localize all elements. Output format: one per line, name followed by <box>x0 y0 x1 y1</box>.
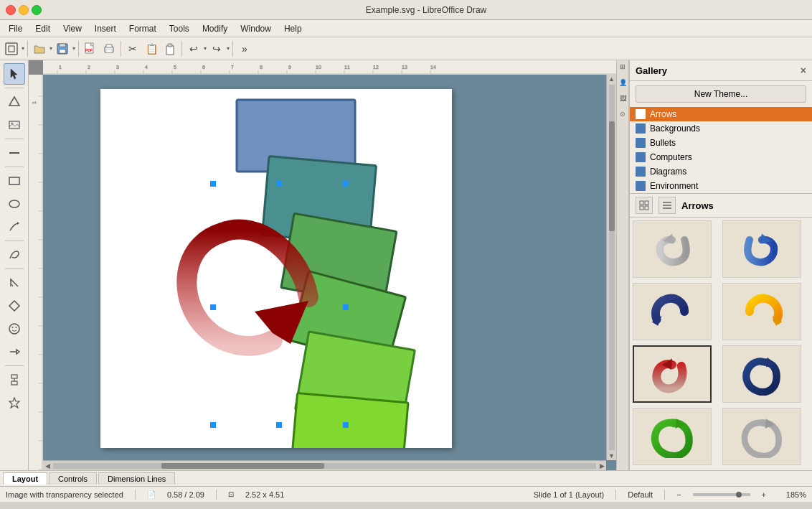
paste-btn[interactable] <box>161 40 179 57</box>
side-icon-1[interactable]: ⊞ <box>618 63 628 73</box>
svg-rect-92 <box>645 206 648 210</box>
redo-dropdown-arrow[interactable]: ▾ <box>227 45 230 52</box>
select-dropdown-arrow[interactable]: ▾ <box>22 45 24 52</box>
open-dropdown-arrow[interactable]: ▾ <box>49 45 52 52</box>
svg-point-19 <box>9 324 19 334</box>
scroll-track-v[interactable] <box>609 85 615 450</box>
side-icon-3[interactable]: 🖼 <box>618 95 628 105</box>
left-toolbar <box>0 60 29 470</box>
undo-dropdown-arrow[interactable]: ▾ <box>204 45 207 52</box>
save-dropdown-arrow[interactable]: ▾ <box>72 45 75 52</box>
new-theme-btn[interactable]: New Theme... <box>636 85 806 103</box>
rectangle-tool[interactable] <box>4 170 25 192</box>
scroll-up-btn[interactable]: ▲ <box>608 75 616 83</box>
gallery-item-2[interactable] <box>722 220 801 278</box>
zoom-thumb[interactable] <box>736 492 742 498</box>
copy-btn[interactable]: 📋 <box>143 40 160 57</box>
svg-text:10: 10 <box>316 65 321 70</box>
canvas-content[interactable]: ◀ ▶ ▲ ▼ <box>43 75 616 470</box>
scroll-thumb-h[interactable] <box>161 463 324 469</box>
svg-text:PDF: PDF <box>85 48 93 52</box>
select-tool[interactable] <box>4 63 25 85</box>
image-tool[interactable] <box>4 114 25 136</box>
side-icon-4[interactable]: ⊙ <box>618 111 628 121</box>
gallery-list-view-btn[interactable] <box>658 197 676 214</box>
vertical-scrollbar[interactable]: ▲ ▼ <box>606 75 616 460</box>
gallery-category-environment[interactable]: Environment <box>630 179 812 193</box>
scroll-left-btn[interactable]: ◀ <box>43 462 52 470</box>
backgrounds-label: Backgrounds <box>650 123 700 134</box>
gallery-grid-view-btn[interactable] <box>636 197 653 214</box>
scroll-down-btn[interactable]: ▼ <box>608 452 616 460</box>
undo-btn[interactable]: ↩ <box>185 40 202 57</box>
menu-window[interactable]: Window <box>235 22 277 35</box>
drawing-page[interactable] <box>100 89 452 448</box>
scroll-thumb-v[interactable] <box>609 121 615 231</box>
scroll-track-h[interactable] <box>53 463 596 469</box>
window-controls[interactable] <box>6 5 42 15</box>
maximize-button[interactable] <box>32 5 42 15</box>
gallery-category-computers[interactable]: Computers <box>630 150 812 164</box>
angle-tool[interactable] <box>4 272 25 294</box>
smiley-tool[interactable] <box>4 318 25 340</box>
gallery-close-btn[interactable]: × <box>801 65 806 76</box>
tab-dimension-lines[interactable]: Dimension Lines <box>98 472 175 485</box>
gallery-item-3[interactable] <box>633 283 712 340</box>
freeform-tool[interactable] <box>4 244 25 266</box>
side-icon-2[interactable]: 👤 <box>618 79 628 89</box>
more-btn[interactable]: » <box>236 40 253 57</box>
redo-btn[interactable]: ↪ <box>208 40 225 57</box>
gallery-title: Gallery <box>636 65 667 76</box>
svg-rect-8 <box>106 50 112 52</box>
svg-rect-26 <box>43 60 616 75</box>
gallery-item-4[interactable] <box>722 283 801 340</box>
tab-layout[interactable]: Layout <box>3 472 47 485</box>
export-pdf-btn[interactable]: PDF <box>82 40 99 57</box>
menu-help[interactable]: Help <box>278 22 308 35</box>
lt-sep-4 <box>5 241 24 241</box>
menu-tools[interactable]: Tools <box>164 22 195 35</box>
window-title: Example.svg - LibreOffice Draw <box>46 5 806 15</box>
gallery-category-bullets[interactable]: Bullets <box>630 136 812 150</box>
scroll-right-btn[interactable]: ▶ <box>598 462 606 470</box>
tab-controls[interactable]: Controls <box>49 472 97 485</box>
ellipse-tool[interactable] <box>4 193 25 215</box>
zoom-in-btn[interactable]: + <box>762 490 766 499</box>
gallery-item-1[interactable] <box>633 220 712 278</box>
line-tool[interactable] <box>4 142 25 164</box>
gallery-item-7[interactable] <box>633 408 712 465</box>
menu-file[interactable]: File <box>3 22 28 35</box>
gallery-item-8[interactable] <box>722 408 801 465</box>
menu-view[interactable]: View <box>57 22 88 35</box>
star-tool[interactable] <box>4 392 25 414</box>
select-tool-btn[interactable] <box>3 40 20 57</box>
print-btn[interactable] <box>100 40 118 57</box>
menu-insert[interactable]: Insert <box>89 22 122 35</box>
gallery-category-diagrams[interactable]: Diagrams <box>630 164 812 179</box>
connector-tool[interactable] <box>4 216 25 238</box>
shape-tool[interactable] <box>4 91 25 113</box>
flowchart-tool[interactable] <box>4 369 25 391</box>
gallery-item-5[interactable] <box>633 345 712 403</box>
canvas-area[interactable]: 1 2 3 4 5 6 7 8 9 10 11 12 13 14 <box>29 60 616 470</box>
close-button[interactable] <box>6 5 16 15</box>
save-btn[interactable] <box>54 40 71 57</box>
menu-edit[interactable]: Edit <box>29 22 56 35</box>
gallery-category-backgrounds[interactable]: Backgrounds <box>630 121 812 136</box>
menu-modify[interactable]: Modify <box>197 22 233 35</box>
svg-rect-9 <box>166 46 174 55</box>
svg-text:14: 14 <box>430 65 436 70</box>
minimize-button[interactable] <box>19 5 29 15</box>
gallery-category-arrows[interactable]: Arrows <box>630 107 812 121</box>
arrow-shape-tool[interactable] <box>4 341 25 363</box>
zoom-out-btn[interactable]: − <box>676 490 681 499</box>
gallery-item-6[interactable] <box>722 345 801 403</box>
bullets-icon <box>636 138 646 148</box>
diamond-tool[interactable] <box>4 295 25 317</box>
toolbar-separator <box>27 41 28 57</box>
zoom-slider[interactable] <box>693 493 750 496</box>
horizontal-scrollbar[interactable]: ◀ ▶ <box>43 460 606 470</box>
menu-format[interactable]: Format <box>123 22 162 35</box>
open-btn[interactable] <box>31 40 48 57</box>
cut-btn[interactable]: ✂ <box>124 40 141 57</box>
